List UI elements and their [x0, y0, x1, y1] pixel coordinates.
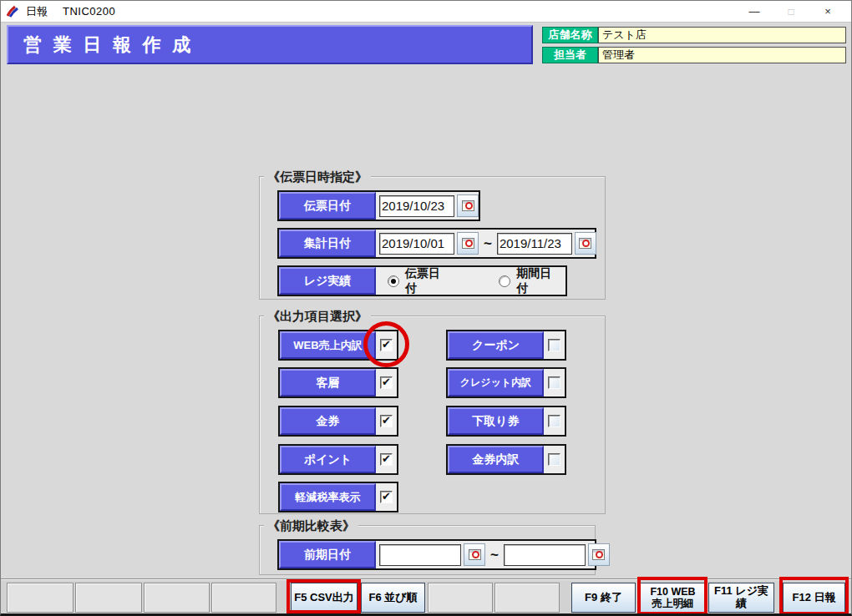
total-date-row: 集計日付 ~: [277, 228, 596, 259]
maximize-button[interactable]: □: [773, 2, 809, 22]
radio-period-date-label: 期間日付: [516, 266, 562, 296]
checkbox-voucher-breakdown[interactable]: [548, 453, 560, 466]
fn-key-f1: [7, 583, 74, 613]
minimize-button[interactable]: —: [736, 2, 773, 22]
date-range-separator: ~: [490, 547, 499, 563]
app-icon: [6, 5, 19, 18]
fn-key-f9-exit[interactable]: F9 終了: [571, 583, 636, 613]
section-output-items-title: 《出力項目選択》: [264, 308, 371, 324]
slip-date-label: 伝票日付: [279, 192, 376, 220]
fn-key-f6-sort-order[interactable]: F6 並び順: [361, 583, 425, 613]
fn-key-f10-web-sales-detail[interactable]: F10 WEB 売上明細: [640, 583, 706, 613]
window-title-code: TNIC0200: [63, 5, 115, 18]
fn-key-f12-daily-report[interactable]: F12 日報: [783, 583, 845, 613]
fn-key-f8: [494, 583, 560, 613]
credit-breakdown-label: クレジット内訳: [448, 369, 544, 396]
points-label: ポイント: [280, 446, 376, 473]
app-window: 日報 TNIC0200 — □ × 営業日報作成 店舗名称 テスト店 担当者 管…: [0, 0, 852, 616]
section-output-items: 《出力項目選択》 WEB売上内訳 客層 金券 ポイント 軽減税率表示 クーポン …: [259, 316, 606, 514]
window-title: 日報: [26, 4, 48, 19]
previous-date-from-calendar-button[interactable]: [464, 543, 485, 566]
checkbox-trade-in-ticket[interactable]: [548, 415, 560, 427]
checkbox-credit-breakdown[interactable]: [548, 376, 560, 389]
previous-date-row: 前期日付 ~: [277, 539, 596, 570]
total-date-from-calendar-button[interactable]: [457, 232, 479, 255]
checkbox-customer-demographics[interactable]: [380, 376, 393, 389]
previous-date-label: 前期日付: [279, 541, 376, 568]
manager-label: 担当者: [542, 47, 598, 63]
customer-demographics-label: 客層: [280, 369, 376, 396]
fn-key-f11-register-results[interactable]: F11 レジ実績: [708, 583, 774, 613]
output-item-row: 軽減税率表示: [278, 482, 398, 512]
total-date-from-input[interactable]: [379, 233, 454, 255]
manager-value: 管理者: [598, 47, 846, 63]
store-name-value: テスト店: [598, 27, 846, 43]
register-mode-row: レジ実績 伝票日付 期間日付: [277, 265, 567, 296]
output-item-row: WEB売上内訳: [278, 330, 398, 361]
close-button[interactable]: ×: [809, 2, 846, 22]
slip-date-input[interactable]: [379, 195, 454, 217]
register-mode-label: レジ実績: [279, 267, 376, 295]
page-title: 営業日報作成: [7, 25, 533, 64]
calendar-icon: [592, 549, 605, 560]
title-bar: 日報 TNIC0200 — □ ×: [1, 1, 851, 23]
calendar-icon: [462, 200, 474, 211]
radio-option-slip-date[interactable]: 伝票日付: [388, 266, 451, 296]
web-sales-breakdown-label: WEB売上内訳: [280, 331, 376, 359]
output-item-row: 金券: [278, 406, 398, 437]
output-item-row: ポイント: [278, 444, 398, 475]
fn-key-f7: [428, 583, 493, 613]
voucher-label: 金券: [280, 407, 376, 435]
radio-option-period-date[interactable]: 期間日付: [499, 266, 562, 296]
checkbox-reduced-tax-display[interactable]: [380, 491, 393, 503]
output-item-row: 下取り券: [446, 406, 566, 437]
section-slip-date-title: 《伝票日時指定》: [264, 169, 371, 184]
total-date-to-calendar-button[interactable]: [575, 232, 596, 255]
section-previous-comparison: 《前期比較表》 前期日付 ~: [259, 525, 596, 575]
calendar-icon: [579, 238, 591, 249]
section-previous-comparison-title: 《前期比較表》: [264, 518, 358, 533]
previous-date-to-calendar-button[interactable]: [588, 543, 610, 566]
voucher-breakdown-label: 金券内訳: [448, 446, 544, 473]
section-slip-date: 《伝票日時指定》 伝票日付 集計日付 ~ レジ実績 伝: [259, 176, 606, 300]
fn-key-f5-csv-output[interactable]: F5 CSV出力: [291, 583, 358, 613]
output-item-row: 金券内訳: [446, 444, 566, 475]
output-item-row: クレジット内訳: [446, 367, 566, 398]
date-range-separator: ~: [484, 235, 492, 252]
total-date-label: 集計日付: [279, 230, 376, 257]
previous-date-to-input[interactable]: [504, 544, 586, 566]
slip-date-row: 伝票日付: [277, 190, 480, 221]
calendar-icon: [462, 238, 474, 249]
store-name-label: 店舗名称: [542, 27, 598, 43]
previous-date-from-input[interactable]: [379, 544, 461, 566]
window-controls: — □ ×: [736, 2, 846, 22]
reduced-tax-display-label: 軽減税率表示: [280, 483, 376, 511]
fn-key-f4: [211, 583, 276, 613]
radio-slip-date-label: 伝票日付: [405, 266, 451, 296]
radio-slip-date[interactable]: [388, 275, 399, 287]
output-item-row: 客層: [278, 367, 398, 398]
slip-date-calendar-button[interactable]: [457, 194, 479, 217]
fn-key-f3: [144, 583, 210, 613]
output-item-row: クーポン: [446, 330, 566, 361]
function-key-bar: F5 CSV出力 F6 並び順 F9 終了 F10 WEB 売上明細 F11 レ…: [1, 578, 851, 614]
trade-in-ticket-label: 下取り券: [448, 407, 544, 435]
checkbox-coupon[interactable]: [548, 339, 560, 351]
checkbox-points[interactable]: [380, 453, 393, 466]
calendar-icon: [469, 549, 481, 560]
coupon-label: クーポン: [448, 331, 544, 359]
checkbox-web-sales-breakdown[interactable]: [380, 339, 393, 351]
fn-key-f2: [75, 583, 142, 613]
radio-period-date[interactable]: [499, 275, 510, 287]
checkbox-voucher[interactable]: [380, 415, 393, 427]
total-date-to-input[interactable]: [497, 233, 572, 255]
